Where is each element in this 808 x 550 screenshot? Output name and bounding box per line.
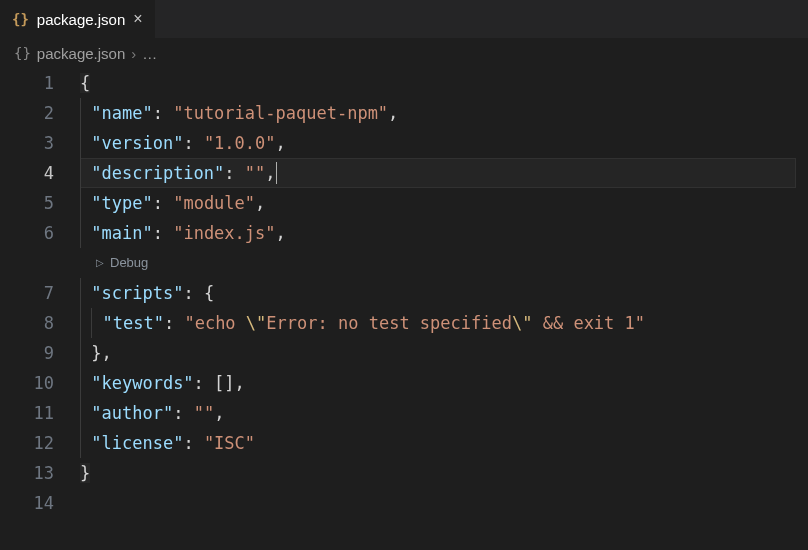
line-number: 2 [0,98,54,128]
line-number: 10 [0,368,54,398]
json-value-main: "index.js" [173,223,275,243]
line-number-gutter: 1 2 3 4 5 6 7 8 9 10 11 12 13 14 [0,68,80,518]
json-key-license: "license" [91,433,183,453]
json-value-name: "tutorial-paquet-npm" [173,103,388,123]
json-brace-close: } [80,463,90,483]
json-key-description: "description" [91,163,224,183]
json-brace-open: { [80,73,90,93]
breadcrumb-file: package.json [37,45,125,62]
line-number: 11 [0,398,54,428]
close-icon[interactable]: × [133,11,142,27]
line-number: 1 [0,68,54,98]
tab-filename: package.json [37,11,125,28]
json-value-author: "" [194,403,214,423]
json-file-icon: {} [12,11,29,27]
line-number: 14 [0,488,54,518]
line-number: 4 [0,158,54,188]
json-key-test: "test" [103,313,164,333]
json-value-license: "ISC" [204,433,255,453]
line-number: 8 [0,308,54,338]
line-number: 9 [0,338,54,368]
json-key-scripts: "scripts" [91,283,183,303]
breadcrumb-trail: … [142,45,157,62]
line-number: 7 [0,278,54,308]
play-icon: ▷ [96,248,104,278]
json-key-author: "author" [91,403,173,423]
line-number: 5 [0,188,54,218]
chevron-right-icon: › [131,45,136,62]
tab-bar: {} package.json × [0,0,808,38]
code-editor[interactable]: 1 2 3 4 5 6 7 8 9 10 11 12 13 14 { "name… [0,68,808,518]
json-value-type: "module" [173,193,255,213]
json-key-type: "type" [91,193,152,213]
json-key-version: "version" [91,133,183,153]
tab-package-json[interactable]: {} package.json × [0,0,156,38]
json-key-name: "name" [91,103,152,123]
text-cursor [276,162,277,184]
json-value-keywords: [] [214,373,234,393]
json-value-test: "echo \"Error: no test specified\" && ex… [184,313,645,333]
json-file-icon: {} [14,45,31,61]
line-number: 3 [0,128,54,158]
line-number: 13 [0,458,54,488]
json-value-version: "1.0.0" [204,133,276,153]
minimap[interactable] [796,68,808,538]
json-key-keywords: "keywords" [91,373,193,393]
line-number: 12 [0,428,54,458]
json-key-main: "main" [91,223,152,243]
line-number: 6 [0,218,54,248]
code-content[interactable]: { "name": "tutorial-paquet-npm", "versio… [80,68,808,518]
json-value-description: "" [245,163,265,183]
codelens-label: Debug [110,248,148,278]
codelens-debug[interactable]: ▷ Debug [80,248,796,278]
breadcrumb[interactable]: {} package.json › … [0,38,808,68]
